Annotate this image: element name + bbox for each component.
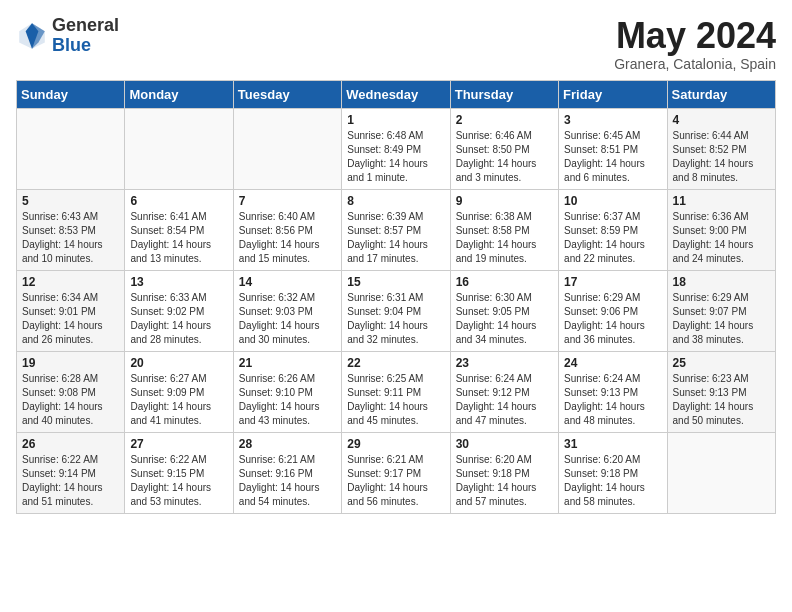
day-info: Sunrise: 6:21 AMSunset: 9:17 PMDaylight:… xyxy=(347,453,444,509)
day-info: Sunrise: 6:22 AMSunset: 9:15 PMDaylight:… xyxy=(130,453,227,509)
calendar-day-13: 13Sunrise: 6:33 AMSunset: 9:02 PMDayligh… xyxy=(125,270,233,351)
calendar-week-row: 19Sunrise: 6:28 AMSunset: 9:08 PMDayligh… xyxy=(17,351,776,432)
day-number: 6 xyxy=(130,194,227,208)
calendar-day-31: 31Sunrise: 6:20 AMSunset: 9:18 PMDayligh… xyxy=(559,432,667,513)
calendar-empty-cell xyxy=(17,108,125,189)
day-number: 11 xyxy=(673,194,770,208)
calendar-table: SundayMondayTuesdayWednesdayThursdayFrid… xyxy=(16,80,776,514)
day-number: 10 xyxy=(564,194,661,208)
calendar-empty-cell xyxy=(233,108,341,189)
calendar-day-20: 20Sunrise: 6:27 AMSunset: 9:09 PMDayligh… xyxy=(125,351,233,432)
calendar-day-4: 4Sunrise: 6:44 AMSunset: 8:52 PMDaylight… xyxy=(667,108,775,189)
day-info: Sunrise: 6:45 AMSunset: 8:51 PMDaylight:… xyxy=(564,129,661,185)
logo-general-text: General xyxy=(52,16,119,36)
day-number: 13 xyxy=(130,275,227,289)
logo-icon xyxy=(16,20,48,52)
calendar-day-3: 3Sunrise: 6:45 AMSunset: 8:51 PMDaylight… xyxy=(559,108,667,189)
day-info: Sunrise: 6:32 AMSunset: 9:03 PMDaylight:… xyxy=(239,291,336,347)
calendar-day-8: 8Sunrise: 6:39 AMSunset: 8:57 PMDaylight… xyxy=(342,189,450,270)
day-info: Sunrise: 6:26 AMSunset: 9:10 PMDaylight:… xyxy=(239,372,336,428)
day-info: Sunrise: 6:29 AMSunset: 9:07 PMDaylight:… xyxy=(673,291,770,347)
day-number: 2 xyxy=(456,113,553,127)
day-number: 28 xyxy=(239,437,336,451)
day-info: Sunrise: 6:41 AMSunset: 8:54 PMDaylight:… xyxy=(130,210,227,266)
calendar-day-6: 6Sunrise: 6:41 AMSunset: 8:54 PMDaylight… xyxy=(125,189,233,270)
col-header-thursday: Thursday xyxy=(450,80,558,108)
day-info: Sunrise: 6:46 AMSunset: 8:50 PMDaylight:… xyxy=(456,129,553,185)
day-number: 17 xyxy=(564,275,661,289)
calendar-week-row: 5Sunrise: 6:43 AMSunset: 8:53 PMDaylight… xyxy=(17,189,776,270)
day-number: 30 xyxy=(456,437,553,451)
col-header-saturday: Saturday xyxy=(667,80,775,108)
col-header-tuesday: Tuesday xyxy=(233,80,341,108)
calendar-day-19: 19Sunrise: 6:28 AMSunset: 9:08 PMDayligh… xyxy=(17,351,125,432)
day-number: 25 xyxy=(673,356,770,370)
day-number: 3 xyxy=(564,113,661,127)
day-info: Sunrise: 6:38 AMSunset: 8:58 PMDaylight:… xyxy=(456,210,553,266)
day-info: Sunrise: 6:30 AMSunset: 9:05 PMDaylight:… xyxy=(456,291,553,347)
day-info: Sunrise: 6:28 AMSunset: 9:08 PMDaylight:… xyxy=(22,372,119,428)
calendar-header-row: SundayMondayTuesdayWednesdayThursdayFrid… xyxy=(17,80,776,108)
day-info: Sunrise: 6:31 AMSunset: 9:04 PMDaylight:… xyxy=(347,291,444,347)
logo-blue-text: Blue xyxy=(52,36,119,56)
calendar-day-5: 5Sunrise: 6:43 AMSunset: 8:53 PMDaylight… xyxy=(17,189,125,270)
col-header-sunday: Sunday xyxy=(17,80,125,108)
day-info: Sunrise: 6:44 AMSunset: 8:52 PMDaylight:… xyxy=(673,129,770,185)
calendar-day-7: 7Sunrise: 6:40 AMSunset: 8:56 PMDaylight… xyxy=(233,189,341,270)
calendar-day-10: 10Sunrise: 6:37 AMSunset: 8:59 PMDayligh… xyxy=(559,189,667,270)
calendar-day-18: 18Sunrise: 6:29 AMSunset: 9:07 PMDayligh… xyxy=(667,270,775,351)
day-info: Sunrise: 6:43 AMSunset: 8:53 PMDaylight:… xyxy=(22,210,119,266)
calendar-day-24: 24Sunrise: 6:24 AMSunset: 9:13 PMDayligh… xyxy=(559,351,667,432)
day-number: 8 xyxy=(347,194,444,208)
day-info: Sunrise: 6:21 AMSunset: 9:16 PMDaylight:… xyxy=(239,453,336,509)
day-info: Sunrise: 6:22 AMSunset: 9:14 PMDaylight:… xyxy=(22,453,119,509)
day-info: Sunrise: 6:39 AMSunset: 8:57 PMDaylight:… xyxy=(347,210,444,266)
day-number: 22 xyxy=(347,356,444,370)
day-info: Sunrise: 6:40 AMSunset: 8:56 PMDaylight:… xyxy=(239,210,336,266)
calendar-day-16: 16Sunrise: 6:30 AMSunset: 9:05 PMDayligh… xyxy=(450,270,558,351)
page-header: General Blue May 2024 Granera, Catalonia… xyxy=(16,16,776,72)
day-info: Sunrise: 6:34 AMSunset: 9:01 PMDaylight:… xyxy=(22,291,119,347)
calendar-day-17: 17Sunrise: 6:29 AMSunset: 9:06 PMDayligh… xyxy=(559,270,667,351)
day-info: Sunrise: 6:20 AMSunset: 9:18 PMDaylight:… xyxy=(564,453,661,509)
day-number: 4 xyxy=(673,113,770,127)
day-number: 24 xyxy=(564,356,661,370)
calendar-day-25: 25Sunrise: 6:23 AMSunset: 9:13 PMDayligh… xyxy=(667,351,775,432)
calendar-day-9: 9Sunrise: 6:38 AMSunset: 8:58 PMDaylight… xyxy=(450,189,558,270)
calendar-day-30: 30Sunrise: 6:20 AMSunset: 9:18 PMDayligh… xyxy=(450,432,558,513)
title-area: May 2024 Granera, Catalonia, Spain xyxy=(614,16,776,72)
day-number: 29 xyxy=(347,437,444,451)
day-number: 21 xyxy=(239,356,336,370)
calendar-day-12: 12Sunrise: 6:34 AMSunset: 9:01 PMDayligh… xyxy=(17,270,125,351)
location-subtitle: Granera, Catalonia, Spain xyxy=(614,56,776,72)
calendar-day-2: 2Sunrise: 6:46 AMSunset: 8:50 PMDaylight… xyxy=(450,108,558,189)
day-number: 15 xyxy=(347,275,444,289)
calendar-week-row: 26Sunrise: 6:22 AMSunset: 9:14 PMDayligh… xyxy=(17,432,776,513)
day-number: 23 xyxy=(456,356,553,370)
day-number: 12 xyxy=(22,275,119,289)
logo: General Blue xyxy=(16,16,119,56)
day-number: 31 xyxy=(564,437,661,451)
day-info: Sunrise: 6:37 AMSunset: 8:59 PMDaylight:… xyxy=(564,210,661,266)
calendar-day-28: 28Sunrise: 6:21 AMSunset: 9:16 PMDayligh… xyxy=(233,432,341,513)
calendar-empty-cell xyxy=(667,432,775,513)
day-number: 9 xyxy=(456,194,553,208)
calendar-day-15: 15Sunrise: 6:31 AMSunset: 9:04 PMDayligh… xyxy=(342,270,450,351)
calendar-day-26: 26Sunrise: 6:22 AMSunset: 9:14 PMDayligh… xyxy=(17,432,125,513)
day-number: 18 xyxy=(673,275,770,289)
calendar-week-row: 1Sunrise: 6:48 AMSunset: 8:49 PMDaylight… xyxy=(17,108,776,189)
day-info: Sunrise: 6:29 AMSunset: 9:06 PMDaylight:… xyxy=(564,291,661,347)
col-header-friday: Friday xyxy=(559,80,667,108)
day-info: Sunrise: 6:36 AMSunset: 9:00 PMDaylight:… xyxy=(673,210,770,266)
logo-text: General Blue xyxy=(52,16,119,56)
calendar-empty-cell xyxy=(125,108,233,189)
calendar-day-11: 11Sunrise: 6:36 AMSunset: 9:00 PMDayligh… xyxy=(667,189,775,270)
day-number: 27 xyxy=(130,437,227,451)
day-number: 5 xyxy=(22,194,119,208)
day-info: Sunrise: 6:33 AMSunset: 9:02 PMDaylight:… xyxy=(130,291,227,347)
day-number: 19 xyxy=(22,356,119,370)
day-number: 1 xyxy=(347,113,444,127)
day-info: Sunrise: 6:24 AMSunset: 9:13 PMDaylight:… xyxy=(564,372,661,428)
day-info: Sunrise: 6:20 AMSunset: 9:18 PMDaylight:… xyxy=(456,453,553,509)
calendar-week-row: 12Sunrise: 6:34 AMSunset: 9:01 PMDayligh… xyxy=(17,270,776,351)
